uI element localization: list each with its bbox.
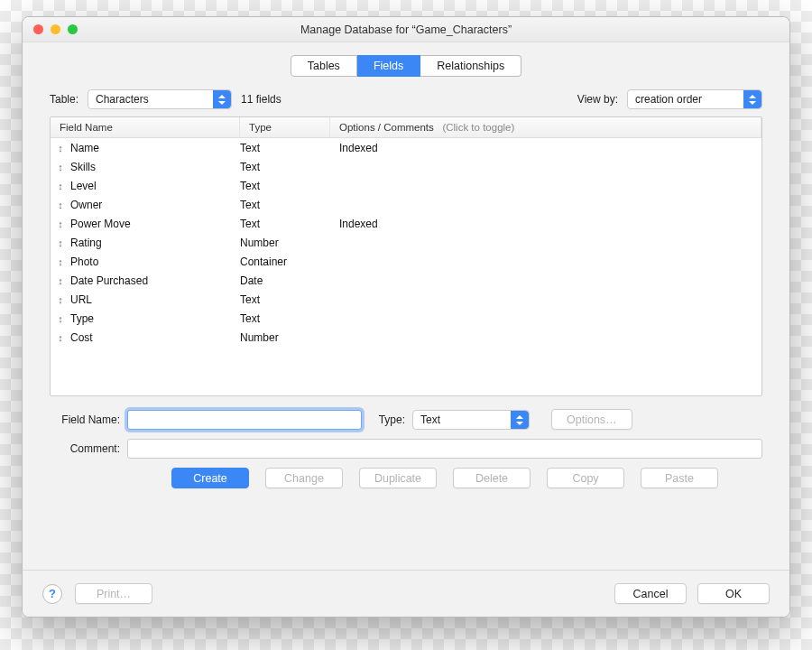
cell-fieldname: Cost	[70, 331, 240, 344]
drag-handle-icon[interactable]: ↕	[51, 200, 70, 210]
column-options[interactable]: Options / Comments (Click to toggle)	[330, 117, 761, 137]
change-button[interactable]: Change	[265, 468, 343, 488]
table-row[interactable]: ↕URLText	[51, 290, 761, 309]
print-button[interactable]: Print…	[75, 583, 152, 604]
drag-handle-icon[interactable]: ↕	[51, 332, 70, 343]
table-select-value: Characters	[96, 93, 149, 106]
field-count: 11 fields	[241, 93, 281, 106]
table-row[interactable]: ↕CostNumber	[51, 328, 761, 347]
cell-fieldname: Type	[70, 312, 240, 325]
comment-input[interactable]	[127, 439, 762, 459]
create-button[interactable]: Create	[171, 468, 249, 488]
cell-type: Text	[240, 312, 330, 325]
viewby-label: View by:	[577, 93, 618, 106]
drag-handle-icon[interactable]: ↕	[51, 162, 70, 172]
fieldname-input[interactable]	[127, 410, 362, 430]
table-label: Table:	[50, 93, 78, 106]
drag-handle-icon[interactable]: ↕	[51, 256, 70, 267]
drag-handle-icon[interactable]: ↕	[51, 218, 70, 229]
cell-type: Date	[240, 274, 330, 287]
column-type[interactable]: Type	[240, 117, 330, 137]
cell-type: Text	[240, 218, 330, 230]
table-row[interactable]: ↕SkillsText	[51, 157, 761, 176]
drag-handle-icon[interactable]: ↕	[51, 181, 70, 191]
cell-type: Text	[240, 293, 330, 306]
tab-tables[interactable]: Tables	[291, 55, 357, 77]
cell-fieldname: Photo	[70, 255, 240, 268]
tab-bar: Tables Fields Relationships	[42, 55, 770, 77]
table-row[interactable]: ↕OwnerText	[51, 195, 761, 214]
cell-fieldname: Rating	[70, 237, 240, 249]
viewby-select-value: creation order	[635, 93, 702, 106]
table-row[interactable]: ↕TypeText	[51, 309, 761, 328]
paste-button[interactable]: Paste	[641, 468, 718, 488]
cell-fieldname: Date Purchased	[70, 274, 240, 287]
tab-relationships[interactable]: Relationships	[420, 55, 521, 77]
titlebar: Manage Database for “Game_Characters”	[23, 17, 789, 42]
column-fieldname[interactable]: Field Name	[51, 117, 240, 137]
cell-type: Number	[240, 237, 330, 249]
window-title: Manage Database for “Game_Characters”	[23, 23, 789, 36]
chevron-updown-icon	[213, 90, 231, 108]
cell-type: Number	[240, 331, 330, 344]
table-row[interactable]: ↕NameTextIndexed	[51, 138, 761, 157]
fieldname-label: Field Name:	[50, 413, 127, 426]
type-select[interactable]: Text	[412, 410, 530, 430]
cell-type: Text	[240, 199, 330, 211]
cell-fieldname: Owner	[70, 199, 240, 211]
drag-handle-icon[interactable]: ↕	[51, 143, 70, 153]
table-row[interactable]: ↕LevelText	[51, 176, 761, 195]
table-row[interactable]: ↕Power MoveTextIndexed	[51, 214, 761, 233]
cell-type: Text	[240, 180, 330, 192]
drag-handle-icon[interactable]: ↕	[51, 294, 70, 305]
cell-fieldname: Level	[70, 180, 240, 192]
type-select-value: Text	[420, 413, 440, 426]
cancel-button[interactable]: Cancel	[614, 583, 687, 604]
cell-type: Text	[240, 161, 330, 173]
options-button[interactable]: Options…	[551, 409, 632, 430]
comment-label: Comment:	[50, 442, 127, 455]
viewby-select[interactable]: creation order	[627, 89, 762, 109]
cell-fieldname: Power Move	[70, 218, 240, 230]
table-select[interactable]: Characters	[88, 89, 232, 109]
delete-button[interactable]: Delete	[453, 468, 531, 488]
manage-database-window: Manage Database for “Game_Characters” Ta…	[22, 16, 790, 618]
cell-fieldname: URL	[70, 293, 240, 306]
table-row[interactable]: ↕Date PurchasedDate	[51, 271, 761, 290]
drag-handle-icon[interactable]: ↕	[51, 275, 70, 286]
cell-fieldname: Skills	[70, 161, 240, 173]
cell-options: Indexed	[330, 142, 761, 154]
help-button[interactable]: ?	[42, 584, 62, 604]
cell-fieldname: Name	[70, 142, 240, 154]
copy-button[interactable]: Copy	[547, 468, 624, 488]
tab-fields[interactable]: Fields	[357, 55, 420, 77]
cell-type: Container	[240, 255, 330, 268]
cell-options: Indexed	[330, 218, 761, 230]
chevron-updown-icon	[511, 411, 529, 429]
type-label: Type:	[362, 413, 412, 426]
ok-button[interactable]: OK	[697, 583, 770, 604]
chevron-updown-icon	[743, 90, 761, 108]
duplicate-button[interactable]: Duplicate	[359, 468, 437, 488]
table-row[interactable]: ↕PhotoContainer	[51, 252, 761, 271]
fields-table: Field Name Type Options / Comments (Clic…	[50, 116, 762, 396]
drag-handle-icon[interactable]: ↕	[51, 237, 70, 248]
table-row[interactable]: ↕RatingNumber	[51, 233, 761, 252]
drag-handle-icon[interactable]: ↕	[51, 313, 70, 324]
cell-type: Text	[240, 142, 330, 154]
